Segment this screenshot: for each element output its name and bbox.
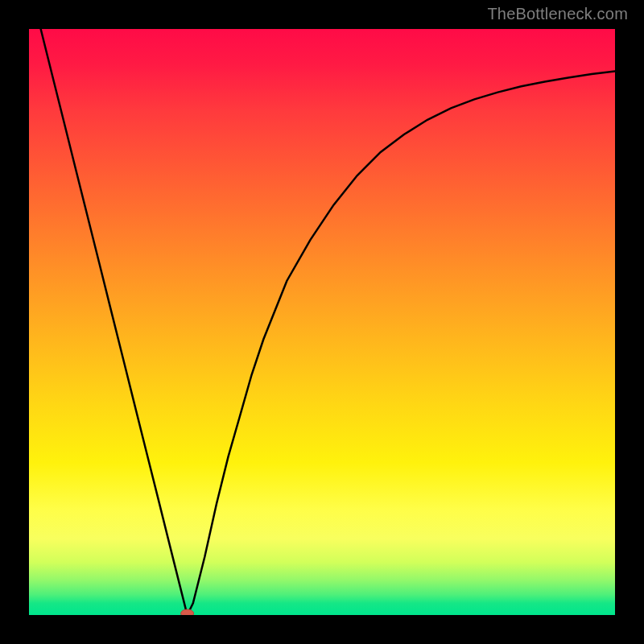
plot-area xyxy=(29,29,615,615)
curve-svg xyxy=(29,29,615,615)
bottleneck-curve-path xyxy=(41,29,615,615)
watermark-text: TheBottleneck.com xyxy=(487,5,628,23)
min-point-marker xyxy=(181,609,194,615)
chart-container: TheBottleneck.com xyxy=(0,0,644,644)
